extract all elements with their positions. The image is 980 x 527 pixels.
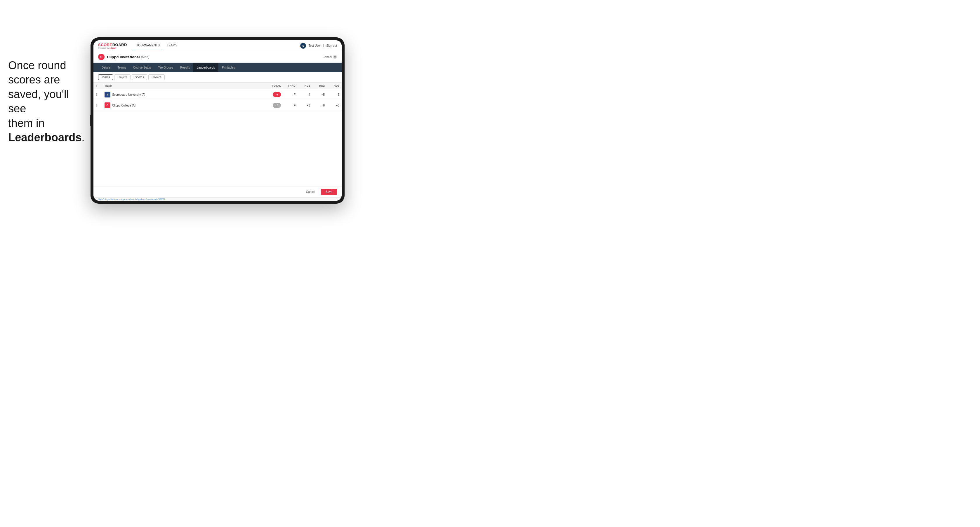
logo: SCOREBOARD [98, 43, 127, 47]
user-avatar: S [300, 43, 306, 49]
nav-right: S Test User | Sign out [300, 43, 337, 49]
user-name: Test User [309, 44, 321, 47]
rank-cell: 2 [94, 100, 102, 111]
tab-details[interactable]: Details [98, 63, 114, 72]
tab-teams[interactable]: Teams [114, 63, 130, 72]
leaderboard-table: # TEAM TOTAL THRU RD1 RD2 RD3 1 [94, 83, 342, 111]
team-name: Clippd College [A] [112, 104, 135, 107]
team-cell: C Clippd College [A] [102, 100, 266, 111]
intro-text: Once round scores are saved, you'll see … [8, 58, 87, 145]
tablet-device: SCOREBOARD Powered by clippd TOURNAMENTS… [91, 37, 345, 204]
col-rd3: RD3 [327, 83, 342, 89]
tablet-screen: SCOREBOARD Powered by clippd TOURNAMENTS… [94, 40, 342, 201]
tab-results[interactable]: Results [177, 63, 193, 72]
col-team: TEAM [102, 83, 266, 89]
col-total: TOTAL [266, 83, 283, 89]
col-rank: # [94, 83, 102, 89]
thru-cell: F [283, 100, 298, 111]
intro-line-4: them in [8, 117, 45, 129]
tablet-side-button [90, 115, 91, 126]
rd1-cell: -4 [298, 89, 312, 100]
table-row: 1 S Scoreboard University [A] -5 F [94, 89, 342, 100]
sign-out-link[interactable]: Sign out [326, 44, 337, 47]
col-rd1: RD1 [298, 83, 312, 89]
intro-line-5-bold: Leaderboards [8, 131, 81, 144]
tab-printables[interactable]: Printables [218, 63, 238, 72]
rd1-cell: +8 [298, 100, 312, 111]
rd3-cell: -6 [327, 89, 342, 100]
nav-tournaments[interactable]: TOURNAMENTS [133, 40, 163, 51]
score-badge-red: -5 [273, 92, 281, 97]
logo-area: SCOREBOARD Powered by clippd [98, 43, 127, 49]
team-cell: S Scoreboard University [A] [102, 89, 266, 100]
col-rd2: RD2 [312, 83, 327, 89]
sub-navigation: Details Teams Course Setup Tee Groups Re… [94, 63, 342, 72]
score-badge-gray: +3 [273, 103, 281, 108]
tournament-header: C Clippd Invitational (Men) Cancel ✕ [94, 51, 342, 63]
filter-teams-button[interactable]: Teams [98, 75, 113, 80]
team-name: Scoreboard University [A] [112, 93, 145, 96]
tab-tee-groups[interactable]: Tee Groups [154, 63, 177, 72]
powered-by: Powered by clippd [98, 47, 127, 49]
table-header-row: # TEAM TOTAL THRU RD1 RD2 RD3 [94, 83, 342, 89]
status-bar: https://stage-blue-coach.stagescoreboard… [94, 197, 342, 201]
thru-cell: F [283, 89, 298, 100]
url-display: https://stage-blue-coach.stagescoreboard… [98, 198, 165, 200]
total-cell: -5 [266, 89, 283, 100]
separator: | [323, 44, 324, 47]
nav-links: TOURNAMENTS TEAMS [133, 40, 181, 51]
cancel-tournament-button[interactable]: Cancel ✕ [323, 55, 337, 59]
footer-cancel-button[interactable]: Cancel [302, 189, 318, 195]
filter-players-button[interactable]: Players [114, 75, 130, 80]
table-row: 2 C Clippd College [A] +3 F [94, 100, 342, 111]
nav-teams[interactable]: TEAMS [163, 40, 181, 51]
leaderboard-table-container: # TEAM TOTAL THRU RD1 RD2 RD3 1 [94, 83, 342, 186]
tournament-gender: (Men) [141, 55, 150, 59]
close-icon: ✕ [333, 55, 337, 59]
footer-save-button[interactable]: Save [321, 189, 337, 195]
filter-strokes-button[interactable]: Strokes [148, 75, 165, 80]
rd2-cell: +5 [312, 89, 327, 100]
intro-line-3: saved, you'll see [8, 88, 69, 115]
intro-line-1: Once round [8, 59, 66, 71]
tournament-name: Clippd Invitational [107, 55, 140, 59]
intro-line-2: scores are [8, 73, 60, 86]
footer: Cancel Save [94, 186, 342, 197]
tournament-logo: C [98, 54, 105, 60]
total-cell: +3 [266, 100, 283, 111]
filter-bar: Teams Players Scores Strokes [94, 72, 342, 83]
tab-course-setup[interactable]: Course Setup [130, 63, 154, 72]
app-container: SCOREBOARD Powered by clippd TOURNAMENTS… [94, 40, 342, 201]
rd2-cell: -8 [312, 100, 327, 111]
filter-scores-button[interactable]: Scores [132, 75, 147, 80]
rd3-cell: +3 [327, 100, 342, 111]
tab-leaderboards[interactable]: Leaderboards [193, 63, 218, 72]
team-logo: C [105, 102, 110, 108]
top-navigation: SCOREBOARD Powered by clippd TOURNAMENTS… [94, 40, 342, 51]
team-logo: S [105, 92, 110, 97]
rank-cell: 1 [94, 89, 102, 100]
col-thru: THRU [283, 83, 298, 89]
